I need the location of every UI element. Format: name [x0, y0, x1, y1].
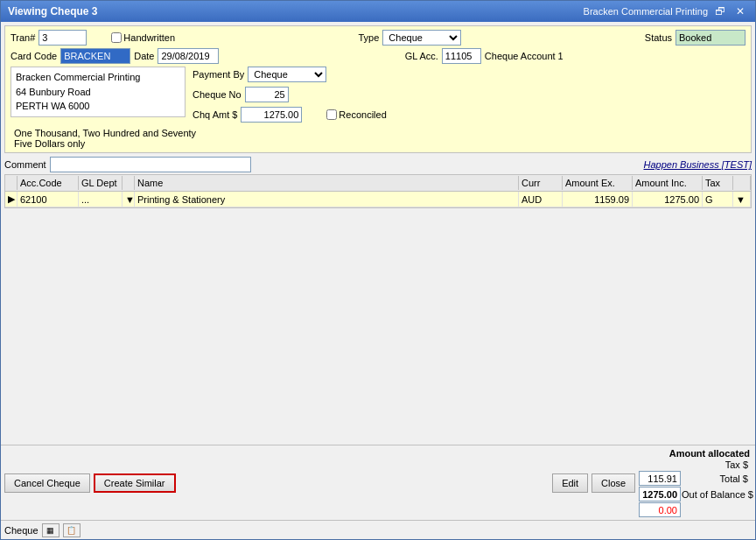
out-of-balance-label: Out of Balance $ [682, 489, 752, 500]
main-window: Viewing Cheque 3 Bracken Commercial Prin… [0, 0, 756, 540]
col-amount-inc: Amount Inc. [633, 176, 703, 190]
col-arrow [122, 176, 135, 190]
addr-line1: Bracken Commercial Printing [16, 70, 180, 85]
out-of-balance-value: 0.00 [639, 502, 681, 517]
payment-by-select[interactable]: Cheque [248, 67, 326, 82]
create-similar-button[interactable]: Create Similar [94, 473, 176, 493]
chq-amt-input[interactable] [241, 107, 302, 123]
reconciled-wrap: Reconciled [326, 109, 386, 120]
amount-words: One Thousand, Two Hundred and Seventy Fi… [10, 128, 746, 149]
title-bar: Viewing Cheque 3 Bracken Commercial Prin… [1, 1, 755, 22]
col-tax: Tax [703, 176, 733, 190]
comment-input[interactable] [50, 157, 251, 172]
status-icon-1[interactable]: ▦ [42, 523, 60, 537]
addr-line2: 64 Bunbury Road [16, 85, 180, 100]
tran-input[interactable] [38, 30, 87, 46]
cell-acc-code: 62100 [18, 192, 79, 207]
date-label: Date [134, 51, 154, 61]
left-panel: Bracken Commercial Printing 64 Bunbury R… [10, 67, 186, 117]
table-body: ▶ 62100 ... ▼ Printing & Stationery AUD … [5, 192, 751, 207]
row-cheque-no: Cheque No [192, 87, 746, 102]
card-code-input[interactable] [60, 48, 130, 64]
edit-button[interactable]: Edit [552, 473, 588, 493]
chq-amt-label: Chq Amt $ [192, 109, 237, 120]
amount-words-line1: One Thousand, Two Hundred and Seventy [14, 128, 746, 138]
cell-amount-inc: 1275.00 [633, 192, 703, 207]
addr-line3: PERTH WA 6000 [16, 99, 180, 114]
table-header: Acc.Code GL Dept Name Curr Amount Ex. Am… [5, 175, 751, 192]
form-section: Tran# Handwritten Type Cheque Status Car… [4, 25, 752, 153]
table-section: Acc.Code GL Dept Name Curr Amount Ex. Am… [4, 174, 752, 208]
status-input [676, 30, 746, 46]
happen-link[interactable]: Happen Business [TEST] [643, 159, 752, 170]
col-curr: Curr [519, 176, 563, 190]
status-label: Status [645, 32, 672, 43]
company-name: Bracken Commercial Printing [584, 6, 708, 17]
comment-row: Comment Happen Business [TEST] [4, 157, 752, 172]
main-content: Tran# Handwritten Type Cheque Status Car… [1, 22, 755, 445]
col-name: Name [135, 176, 519, 190]
summary-box: Amount allocated Tax $ 115.91 Total $ 12… [639, 448, 752, 517]
cell-amount-ex: 1159.09 [563, 192, 633, 207]
cell-gl-dept: ... [79, 192, 122, 207]
card-code-label: Card Code [10, 51, 57, 61]
summary-header: Amount allocated [639, 448, 752, 459]
tran-label: Tran# [10, 32, 35, 43]
status-type: Cheque [4, 525, 38, 536]
col-acc-code: Acc.Code [18, 176, 79, 190]
col-indicator [5, 176, 18, 190]
total-value: 1275.00 [639, 487, 681, 501]
status-icon-2[interactable]: 📋 [63, 523, 80, 537]
cell-indicator: ▶ [5, 192, 18, 207]
table-row[interactable]: ▶ 62100 ... ▼ Printing & Stationery AUD … [5, 192, 751, 207]
cell-tax: G [703, 192, 733, 207]
handwritten-label: Handwritten [123, 32, 175, 43]
title-bar-right: Bracken Commercial Printing 🗗 ✕ [584, 5, 748, 18]
row-tran: Tran# Handwritten Type Cheque Status [10, 30, 746, 46]
col-gl-dept: GL Dept [79, 176, 122, 190]
close-button-bottom[interactable]: Close [592, 473, 635, 493]
total-label: Total $ [682, 473, 752, 484]
status-bar: Cheque ▦ 📋 [1, 520, 755, 539]
address-box: Bracken Commercial Printing 64 Bunbury R… [10, 67, 186, 117]
address-row: Bracken Commercial Printing 64 Bunbury R… [10, 67, 746, 125]
right-panel: Payment By Cheque Cheque No Chq Amt $ [192, 67, 746, 125]
handwritten-wrap: Handwritten [111, 32, 175, 43]
cancel-cheque-button[interactable]: Cancel Cheque [4, 473, 90, 493]
date-input[interactable] [158, 48, 219, 64]
cell-arrow: ▼ [122, 192, 135, 207]
gl-acc-input[interactable] [442, 48, 481, 64]
tax-label: Tax $ [682, 459, 752, 470]
col-amount-ex: Amount Ex. [563, 176, 633, 190]
reconciled-label: Reconciled [339, 109, 386, 120]
row-payment: Payment By Cheque [192, 67, 746, 82]
type-label: Type [359, 32, 380, 43]
col-dd [733, 176, 751, 190]
gl-acc-label: GL Acc. [405, 51, 438, 61]
cheque-no-input[interactable] [245, 87, 289, 102]
window-title: Viewing Cheque 3 [8, 5, 97, 18]
row-chq-amt: Chq Amt $ Reconciled [192, 107, 746, 123]
handwritten-checkbox[interactable] [111, 32, 122, 43]
table-wrap: Acc.Code GL Dept Name Curr Amount Ex. Am… [4, 174, 752, 441]
amount-words-line2: Five Dollars only [14, 138, 746, 149]
row-cardcode: Card Code Date GL Acc. Cheque Account 1 [10, 48, 746, 64]
close-button[interactable]: ✕ [732, 5, 748, 18]
cell-curr: AUD [519, 192, 563, 207]
cell-dd[interactable]: ▼ [733, 192, 751, 207]
tax-value: 115.91 [639, 471, 681, 486]
cell-name: Printing & Stationery [135, 192, 519, 207]
bottom-bar: Cancel Cheque Create Similar Edit Close … [1, 445, 755, 520]
cheque-no-label: Cheque No [192, 89, 242, 100]
reconciled-checkbox[interactable] [326, 109, 337, 120]
payment-by-label: Payment By [192, 69, 244, 80]
restore-button[interactable]: 🗗 [711, 5, 729, 18]
type-select[interactable]: Cheque [382, 30, 461, 46]
comment-label: Comment [4, 159, 46, 170]
gl-acc-desc: Cheque Account 1 [485, 51, 564, 61]
